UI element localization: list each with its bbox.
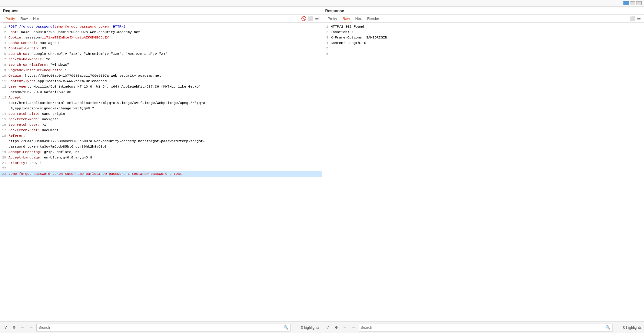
table-row: 5 Content-Length: 83 bbox=[0, 46, 322, 51]
response-code-area[interactable]: 1 HTTP/2 302 Found 2 Location: / 3 X-Fra… bbox=[322, 23, 644, 321]
table-row: 15 Sec-Fetch-Mode: navigate bbox=[0, 117, 322, 122]
table-row: text/html,application/xhtml+xml,applicat… bbox=[0, 100, 322, 106]
window-controls bbox=[623, 1, 642, 5]
table-row: 1 POST /forgot-password?temp-forgot-pass… bbox=[0, 24, 322, 29]
tab-pretty-request[interactable]: Pretty bbox=[3, 16, 17, 22]
response-menu-icon[interactable]: ☰ bbox=[637, 16, 641, 21]
request-code-area[interactable]: 1 POST /forgot-password?temp-forgot-pass… bbox=[0, 23, 322, 321]
request-tab-icons: 🚫 ⬜ ☰ bbox=[301, 16, 319, 22]
response-panel: Response Pretty Raw Hex Render ⬜ ☰ 1 HTT… bbox=[322, 7, 644, 333]
response-title: Response bbox=[325, 8, 344, 13]
response-settings-icon[interactable]: ⚙ bbox=[333, 324, 340, 331]
response-search-icon: 🔍 bbox=[606, 325, 610, 330]
table-row: .8,application/signed-exchange;v=b3;q=0.… bbox=[0, 106, 322, 111]
table-row: 1 HTTP/2 302 Found bbox=[322, 24, 644, 29]
split-view-btn[interactable] bbox=[623, 1, 629, 5]
table-row: 21 Priority: u=0, i bbox=[0, 160, 322, 166]
tab-raw-response[interactable]: Raw bbox=[340, 16, 352, 22]
wrap-icon[interactable]: ⬜ bbox=[308, 16, 313, 21]
settings-icon[interactable]: ⚙ bbox=[11, 324, 18, 331]
table-row: 19 Accept-Encoding: gzip, deflate, br bbox=[0, 149, 322, 155]
min-view-btn[interactable] bbox=[630, 1, 635, 5]
table-row: 6 Sec-Ch-Ua: "Google Chrome";v="125", "C… bbox=[0, 51, 322, 57]
request-search-input[interactable] bbox=[38, 325, 284, 330]
table-row: 2 Host: 0a4c00ab0410779680acc11700e5007a… bbox=[0, 29, 322, 35]
table-row: 3 Cookie: session=lz7lxmTBZmBxeJXhdmluAZ… bbox=[0, 35, 322, 40]
table-row: 20 Accept-Language: en-US,en;q=0.9,ar;q=… bbox=[0, 155, 322, 160]
table-row: 6 bbox=[322, 51, 644, 57]
table-row: 9 Upgrade-Insecure-Requests: 1 bbox=[0, 68, 322, 73]
request-title: Request bbox=[3, 8, 18, 13]
response-bottom-bar: ? ⚙ ← → 🔍 0 highlights bbox=[322, 321, 644, 333]
request-tabs: Pretty Raw Hex 🚫 ⬜ ☰ bbox=[0, 15, 322, 23]
table-row: 12 User-Agent: Mozilla/5.0 (Windows NT 1… bbox=[0, 84, 322, 89]
table-row: 3 X-Frame-Options: SAMEORIGIN bbox=[322, 35, 644, 40]
response-highlights-badge: 0 highlights bbox=[614, 325, 642, 330]
table-row: 5 bbox=[322, 46, 644, 51]
top-bar bbox=[0, 0, 644, 7]
eye-off-icon[interactable]: 🚫 bbox=[301, 16, 306, 21]
request-highlights-badge: 0 highlights bbox=[292, 325, 320, 330]
forward-icon[interactable]: → bbox=[28, 324, 35, 331]
tab-render-response[interactable]: Render bbox=[365, 16, 381, 22]
table-row: password-token=tq3qy7m6odo85bt6ruyj30hk2… bbox=[0, 144, 322, 149]
table-row: 8 Sec-Ch-Ua-Platform: "Windows" bbox=[0, 62, 322, 68]
table-row: 23 temp-forgot-password-token=&username=… bbox=[0, 171, 322, 177]
response-wrap-icon[interactable]: ⬜ bbox=[630, 16, 635, 21]
request-search-icon: 🔍 bbox=[284, 325, 288, 330]
response-forward-icon[interactable]: → bbox=[350, 324, 357, 331]
table-row: 2 Location: / bbox=[322, 29, 644, 35]
response-search-input[interactable] bbox=[361, 325, 606, 330]
table-row: 22 bbox=[0, 166, 322, 171]
table-row: 18 Referer: bbox=[0, 133, 322, 138]
table-row: 10 Origin: https://0a4c00ab0410779680acc… bbox=[0, 73, 322, 78]
request-panel: Request Pretty Raw Hex 🚫 ⬜ ☰ 1 POST /for… bbox=[0, 7, 322, 333]
table-row: 14 Sec-Fetch-Site: same-origin bbox=[0, 111, 322, 117]
response-tabs: Pretty Raw Hex Render ⬜ ☰ bbox=[322, 15, 644, 23]
table-row: 4 Cache-Control: max-age=0 bbox=[0, 40, 322, 46]
table-row: 17 Sec-Fetch-Dest: document bbox=[0, 128, 322, 133]
request-bottom-bar: ? ⚙ ← → 🔍 0 highlights bbox=[0, 321, 322, 333]
tab-pretty-response[interactable]: Pretty bbox=[325, 16, 340, 22]
table-row: https://0a4c00ab0410779680acc11700e5007a… bbox=[0, 138, 322, 144]
tab-raw-request[interactable]: Raw bbox=[18, 16, 30, 22]
response-header: Response bbox=[322, 7, 644, 15]
response-back-icon[interactable]: ← bbox=[342, 324, 348, 331]
response-tab-icons: ⬜ ☰ bbox=[630, 16, 641, 22]
table-row: 13 Accept: bbox=[0, 95, 322, 100]
request-header: Request bbox=[0, 7, 322, 15]
tab-hex-request[interactable]: Hex bbox=[31, 16, 42, 22]
table-row: 7 Sec-Ch-Ua-Mobile: ?0 bbox=[0, 57, 322, 62]
table-row: 4 Content-Length: 0 bbox=[322, 40, 644, 46]
table-row: Chrome/125.0.0.0 Safari/537.36 bbox=[0, 89, 322, 95]
tab-hex-response[interactable]: Hex bbox=[353, 16, 364, 22]
help-icon[interactable]: ? bbox=[2, 324, 9, 331]
table-row: 16 Sec-Fetch-User: ?1 bbox=[0, 122, 322, 128]
response-search-wrapper[interactable]: 🔍 bbox=[359, 324, 613, 331]
response-help-icon[interactable]: ? bbox=[325, 324, 331, 331]
request-search-wrapper[interactable]: 🔍 bbox=[36, 324, 290, 331]
table-row: 11 Content-Type: application/x-www-form-… bbox=[0, 78, 322, 84]
panels-container: Request Pretty Raw Hex 🚫 ⬜ ☰ 1 POST /for… bbox=[0, 7, 644, 333]
back-icon[interactable]: ← bbox=[19, 324, 26, 331]
menu-icon[interactable]: ☰ bbox=[315, 16, 319, 21]
max-view-btn[interactable] bbox=[636, 1, 642, 5]
